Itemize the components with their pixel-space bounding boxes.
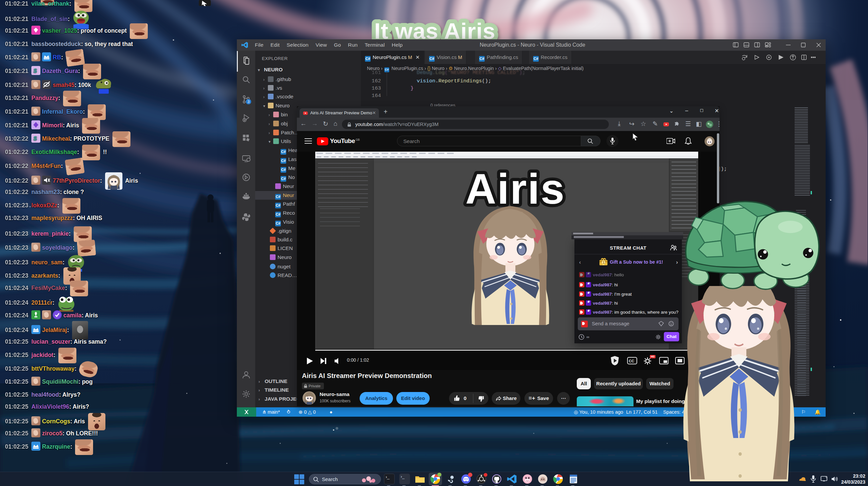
svg-text:S: S: [33, 136, 37, 141]
svg-text:3: 3: [248, 100, 250, 104]
svg-text:S: S: [33, 68, 37, 74]
svg-text:CC: CC: [629, 359, 634, 363]
svg-text:1: 1: [603, 261, 605, 264]
